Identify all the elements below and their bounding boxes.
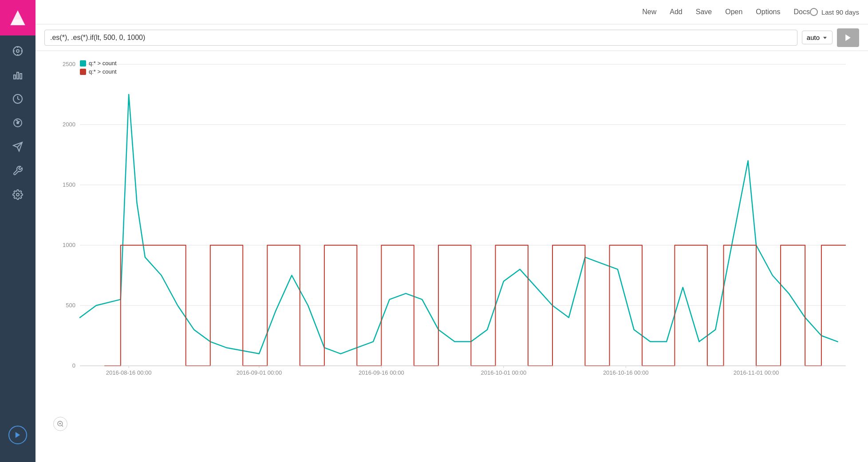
sidebar-item-dashboard[interactable] [4,88,31,110]
legend-label-0: q:* > count [89,60,117,67]
legend-color-0 [80,60,86,67]
topbar-time-range[interactable]: Last 90 days [810,8,859,16]
sidebar [0,0,36,462]
svg-text:1000: 1000 [63,242,75,248]
legend-item-0: q:* > count [80,60,117,67]
legend-item-1: q:* > count [80,68,117,75]
sidebar-item-visualize[interactable] [4,64,31,86]
sidebar-play-button[interactable] [8,426,27,444]
svg-point-3 [16,50,19,52]
legend-color-1 [80,69,86,75]
svg-text:2016-11-01 00:00: 2016-11-01 00:00 [734,369,779,376]
svg-text:1500: 1500 [63,181,75,188]
sidebar-nav [4,35,31,426]
interval-select[interactable]: auto [802,31,832,44]
topbar: New Add Save Open Options Docs Last 90 d… [36,0,868,24]
svg-text:2000: 2000 [63,121,75,128]
svg-text:2016-10-01 00:00: 2016-10-01 00:00 [481,369,526,376]
topbar-add[interactable]: Add [670,8,682,16]
querybar: auto [36,24,868,51]
svg-marker-18 [823,37,827,39]
sidebar-item-send[interactable] [4,136,31,158]
legend-label-1: q:* > count [89,68,117,75]
svg-point-16 [16,193,19,196]
clock-icon [810,8,818,16]
svg-text:2016-10-16 00:00: 2016-10-16 00:00 [603,369,649,376]
topbar-open[interactable]: Open [725,8,742,16]
topbar-save[interactable]: Save [696,8,712,16]
svg-rect-9 [17,72,19,79]
time-range-label: Last 90 days [821,8,859,16]
svg-text:2016-09-16 00:00: 2016-09-16 00:00 [359,369,404,376]
svg-line-46 [62,425,63,427]
topbar-nav: New Add Save Open Options Docs [642,8,810,16]
sidebar-item-discover[interactable] [4,40,31,62]
svg-rect-8 [14,75,16,79]
zoom-icon[interactable] [53,417,67,431]
chart-svg: 050010001500200025002016-08-16 00:002016… [44,55,859,401]
svg-rect-10 [20,74,22,79]
sidebar-item-wrench[interactable] [4,160,31,182]
svg-marker-1 [10,20,25,25]
topbar-options[interactable]: Options [756,8,780,16]
sidebar-item-settings[interactable] [4,184,31,206]
svg-marker-17 [16,432,20,438]
logo[interactable] [0,0,36,35]
topbar-docs[interactable]: Docs [793,8,809,16]
svg-text:500: 500 [66,302,75,309]
chart-legend: q:* > count q:* > count [80,60,117,75]
sidebar-bottom [8,426,27,462]
svg-point-13 [17,122,19,124]
chart-area: q:* > count q:* > count 0500100015002000… [36,51,868,462]
interval-value: auto [807,34,820,41]
svg-marker-19 [845,34,851,41]
svg-text:2016-08-16 00:00: 2016-08-16 00:00 [106,369,152,376]
chart-container: q:* > count q:* > count 0500100015002000… [44,55,859,458]
svg-text:2500: 2500 [63,61,75,67]
query-input[interactable] [44,30,797,46]
svg-text:2016-09-01 00:00: 2016-09-01 00:00 [237,369,282,376]
run-button[interactable] [837,28,859,47]
svg-text:0: 0 [72,362,75,369]
main-content: New Add Save Open Options Docs Last 90 d… [36,0,868,462]
topbar-new[interactable]: New [642,8,656,16]
sidebar-item-timelion[interactable] [4,112,31,134]
